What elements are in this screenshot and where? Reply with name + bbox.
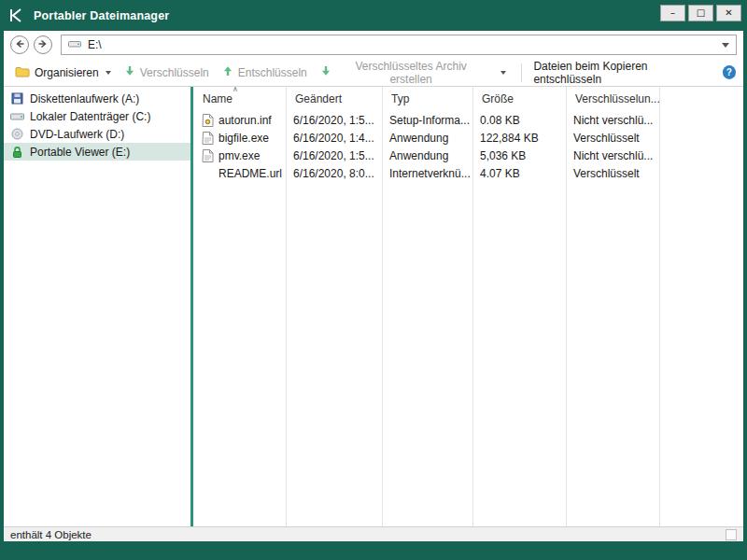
file-list-header: ∧ Name Geändert Typ Größe Verschlüsselun… [193,87,743,111]
file-modified: 6/16/2020, 8:0... [286,167,382,180]
address-bar[interactable]: E:\ [61,35,737,55]
resize-grip[interactable] [726,529,737,540]
sidebar-item-label: Diskettenlaufwerk (A:) [30,92,139,105]
file-type: Internetverknü... [382,167,472,180]
file-type: Setup-Informa... [382,114,472,127]
file-size: 0.08 KB [472,114,566,127]
column-header-name[interactable]: ∧ Name [193,87,286,111]
file-row-autorun-inf[interactable]: autorun.inf 6/16/2020, 1:5... Setup-Info… [193,111,743,129]
column-header-type[interactable]: Typ [382,87,472,111]
column-separator [286,87,287,526]
encrypt-button[interactable]: Verschlüsseln [120,63,213,82]
sort-ascending-icon: ∧ [233,85,238,93]
file-row-readme-url[interactable]: README.url 6/16/2020, 8:0... Internetver… [193,164,743,182]
sidebar-item-local-c[interactable]: Lokaler Datenträger (C:) [4,107,190,125]
arrow-left-icon [14,38,25,52]
back-button[interactable] [10,35,29,54]
file-row-pmv-exe[interactable]: pmv.exe 6/16/2020, 1:5... Anwendung 5,03… [193,147,743,164]
file-name: bigfile.exe [218,132,269,145]
setup-information-file-icon [202,114,214,127]
decrypt-on-copy-option[interactable]: Dateien beim Kopieren entschlüsseln [533,60,711,86]
file-encryption: Verschlüsselt [566,167,659,180]
sidebar-item-dvd-d[interactable]: DVD-Laufwerk (D:) [4,125,190,143]
file-row-bigfile-exe[interactable]: bigfile.exe 6/16/2020, 1:4... Anwendung … [193,129,743,147]
folder-icon [15,65,30,80]
organize-label: Organisieren [35,66,99,79]
main-area: Diskettenlaufwerk (A:) Lokaler Datenträg… [4,87,743,526]
navigation-bar: E:\ [4,31,743,59]
column-label: Größe [482,92,514,105]
file-name: autorun.inf [218,114,272,127]
arrow-down-green-icon [124,65,135,79]
encrypted-drive-lock-icon [10,146,24,159]
decrypt-button[interactable]: Entschlüsseln [218,63,311,82]
window-title: Portabler Dateimanager [34,9,660,22]
organize-button[interactable]: Organisieren [11,63,115,83]
column-separator [472,87,473,526]
column-header-empty [659,87,743,111]
minimize-button[interactable]: – [660,5,685,21]
sidebar-item-label: Portable Viewer (E:) [30,146,130,159]
column-separator [566,87,567,526]
file-name: pmv.exe [218,149,260,162]
window-body: E:\ Organisieren Verschlüsseln [4,31,743,541]
file-type: Anwendung [382,132,472,145]
file-modified: 6/16/2020, 1:5... [286,149,382,162]
chevron-down-icon [500,71,506,75]
file-modified: 6/16/2020, 1:5... [286,114,382,127]
encrypt-label: Verschlüsseln [140,66,209,79]
column-header-encryption[interactable]: Verschlüsselun... [566,87,659,111]
file-size: 5,036 KB [472,149,566,162]
column-header-size[interactable]: Größe [472,87,566,111]
application-file-icon [202,132,214,145]
toolbar-more-button[interactable] [495,68,510,77]
arrow-right-icon [37,38,49,52]
file-type: Anwendung [382,149,472,162]
file-encryption: Nicht verschlü... [566,114,659,127]
toolbar-separator [521,63,522,82]
sidebar-item-label: DVD-Laufwerk (D:) [30,128,124,141]
dvd-drive-icon [10,128,24,140]
sidebar-item-label: Lokaler Datenträger (C:) [30,110,150,123]
window-controls: – □ ✕ [660,5,741,21]
column-header-modified[interactable]: Geändert [286,87,382,111]
floppy-drive-icon [10,92,24,105]
maximize-button[interactable]: □ [688,5,713,21]
arrow-up-green-icon [222,65,233,79]
file-name: README.url [218,167,282,180]
drive-icon [68,38,81,52]
column-label: Geändert [295,92,342,105]
create-encrypted-archive-label: Verschlüsseltes Archiv erstellen [336,60,486,86]
file-list: ∧ Name Geändert Typ Größe Verschlüsselun… [193,87,743,526]
decrypt-label: Entschlüsseln [238,66,307,79]
sidebar-item-diskette-a[interactable]: Diskettenlaufwerk (A:) [4,90,190,107]
status-bar: enthält 4 Objekte [4,526,743,541]
file-modified: 6/16/2020, 1:4... [286,132,382,145]
drive-tree: Diskettenlaufwerk (A:) Lokaler Datenträg… [4,87,190,526]
file-size: 4.07 KB [472,167,566,180]
status-text: enthält 4 Objekte [10,529,92,540]
column-label: Verschlüsselun... [575,92,660,105]
column-label: Typ [391,92,409,105]
file-encryption: Nicht verschlü... [566,149,659,162]
close-button[interactable]: ✕ [716,5,741,21]
address-path: E:\ [88,38,715,51]
file-size: 122,884 KB [472,132,566,145]
chevron-down-icon [106,71,111,75]
hard-drive-icon [10,110,24,122]
column-label: Name [203,92,233,105]
arrow-down-green-icon [320,65,331,79]
titlebar: Portabler Dateimanager – □ ✕ [0,0,747,31]
file-encryption: Verschlüsselt [566,132,659,145]
forward-button[interactable] [34,35,52,54]
kaspersky-logo-icon [7,7,26,24]
app-window: Portabler Dateimanager – □ ✕ [0,0,747,560]
sidebar-item-portable-viewer-e[interactable]: Portable Viewer (E:) [4,143,190,161]
application-file-icon [202,149,214,162]
column-separator [659,87,660,526]
help-button[interactable]: ? [723,65,736,79]
chevron-down-icon[interactable] [722,43,729,48]
toolbar: Organisieren Verschlüsseln Entschlüsseln [4,59,743,87]
column-separator [382,87,383,526]
create-encrypted-archive-button[interactable]: Verschlüsseltes Archiv erstellen [317,57,490,89]
